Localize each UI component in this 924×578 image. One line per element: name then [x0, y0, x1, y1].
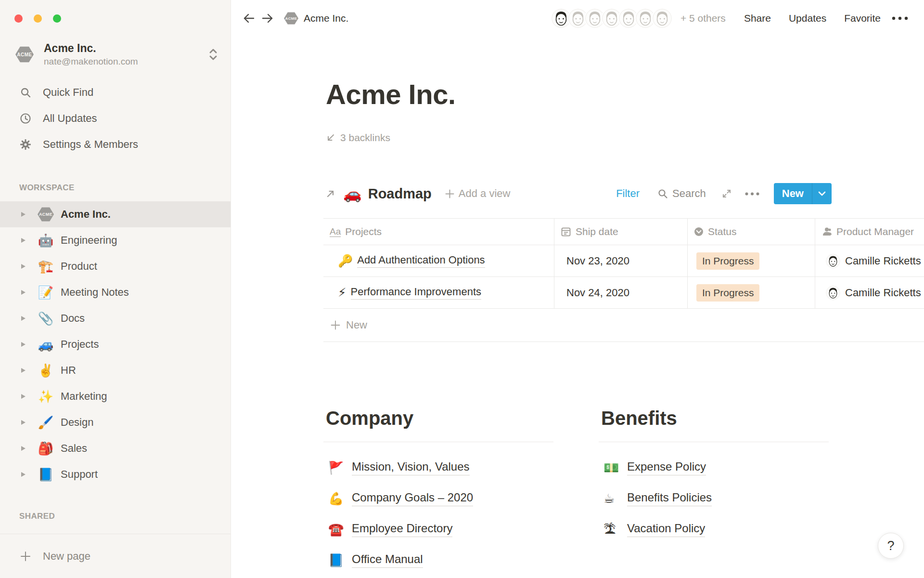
page-title[interactable]: Acme Inc.: [326, 78, 456, 110]
new-button-chevron-icon[interactable]: [812, 191, 832, 196]
project-link: Performance Improvements: [351, 286, 481, 300]
expand-toggle-icon[interactable]: [20, 315, 27, 322]
backlinks-button[interactable]: 3 backlinks: [326, 132, 390, 144]
database-more-options-icon[interactable]: [745, 192, 759, 196]
select-property-icon: [694, 227, 704, 236]
shared-section-label: SHARED: [19, 512, 231, 524]
help-button[interactable]: ?: [878, 533, 904, 559]
search-button[interactable]: Search: [657, 187, 706, 200]
manager-name: Camille Ricketts: [845, 255, 921, 267]
status-cell[interactable]: In Progress: [687, 245, 815, 276]
breadcrumb[interactable]: Acme Inc.: [304, 13, 348, 24]
column-header-product-manager[interactable]: Product Manager: [815, 219, 924, 245]
page-link[interactable]: ☕ Benefits Policies: [599, 483, 829, 514]
page-link-label: Employee Directory: [352, 522, 452, 537]
new-page-button[interactable]: New page: [0, 534, 231, 578]
breadcrumb-workspace-badge: ACME: [284, 12, 298, 25]
collaborator-avatar: [653, 9, 672, 28]
sidebar-page-item[interactable]: 🎒 Sales: [0, 435, 231, 461]
page-link-label: Mission, Vision, Values: [352, 460, 470, 475]
benefits-links: 💵 Expense Policy ☕ Benefits Policies 🏝 V…: [599, 442, 829, 545]
expand-toggle-icon[interactable]: [20, 393, 27, 400]
expand-toggle-icon[interactable]: [20, 341, 27, 348]
acme-page-badge: ACME: [38, 207, 54, 222]
page-emoji-icon: ✨: [38, 390, 53, 403]
sidebar-page-item[interactable]: 📎 Docs: [0, 305, 231, 331]
sidebar-page-item[interactable]: 🚙 Projects: [0, 331, 231, 357]
sidebar-page-item[interactable]: ACME Acme Inc.: [0, 201, 231, 227]
sidebar-page-item[interactable]: 🏗️ Product: [0, 253, 231, 279]
project-cell[interactable]: 🔑 Add Authentication Options: [323, 245, 554, 276]
back-button[interactable]: [243, 13, 255, 24]
manager-cell[interactable]: Camille Ricketts: [815, 277, 924, 308]
page-link[interactable]: ☎️ Employee Directory: [323, 514, 553, 545]
forward-button[interactable]: [262, 13, 273, 24]
page-link[interactable]: 🏝 Vacation Policy: [599, 514, 829, 545]
menu-label: Settings & Members: [43, 138, 138, 151]
page-link-emoji-icon: ☎️: [328, 523, 346, 536]
sidebar-item-settings-members[interactable]: Settings & Members: [0, 131, 231, 158]
page-link-emoji-icon: ☕: [603, 492, 622, 505]
sidebar-page-item[interactable]: 📝 Meeting Notes: [0, 279, 231, 305]
sidebar-page-item[interactable]: ✌️ HR: [0, 357, 231, 383]
page-link[interactable]: 📘 Office Manual: [323, 545, 553, 576]
topbar: ACME Acme Inc.: [231, 0, 924, 37]
add-view-button[interactable]: Add a view: [445, 187, 511, 200]
close-window-button[interactable]: [14, 14, 23, 23]
status-badge: In Progress: [696, 252, 759, 270]
collaborator-avatar: [568, 9, 588, 28]
database-title[interactable]: Roadmap: [368, 186, 432, 202]
filter-button[interactable]: Filter: [616, 187, 640, 200]
sidebar-page-item[interactable]: ✨ Marketing: [0, 383, 231, 409]
table-new-row-button[interactable]: New: [323, 309, 924, 342]
manager-avatar: [826, 286, 840, 300]
ship-date-cell[interactable]: Nov 24, 2020: [554, 277, 687, 308]
column-header-ship-date[interactable]: Ship date: [554, 219, 687, 245]
expand-toggle-icon[interactable]: [20, 237, 27, 244]
workspace-switcher[interactable]: ACME Acme Inc. nate@makenotion.com: [15, 40, 218, 68]
page-link-label: Company Goals – 2020: [352, 491, 473, 506]
ship-date-cell[interactable]: Nov 23, 2020: [554, 245, 687, 276]
expand-toggle-icon[interactable]: [20, 289, 27, 296]
switcher-chevrons-icon: [208, 48, 218, 61]
company-links: 🚩 Mission, Vision, Values 💪 Company Goal…: [323, 442, 553, 576]
new-record-button[interactable]: New: [774, 183, 832, 204]
manager-cell[interactable]: Camille Ricketts: [815, 245, 924, 276]
sidebar-menu: Quick Find All Updates: [0, 79, 231, 158]
sidebar-page-label: Marketing: [61, 390, 107, 403]
topbar-action[interactable]: Share: [744, 13, 771, 24]
manager-name: Camille Ricketts: [845, 287, 921, 299]
status-cell[interactable]: In Progress: [687, 277, 815, 308]
expand-toggle-icon[interactable]: [20, 367, 27, 374]
column-header-projects[interactable]: Aa Projects: [323, 219, 554, 245]
expand-toggle-icon[interactable]: [20, 445, 27, 452]
collaborator-avatars: [554, 9, 672, 28]
collaborator-avatar: [585, 9, 604, 28]
expand-icon[interactable]: [722, 189, 732, 198]
table-body: 🔑 Add Authentication Options Nov 23, 202…: [323, 245, 924, 309]
sidebar-page-label: HR: [61, 364, 76, 377]
sidebar-item-all-updates[interactable]: All Updates: [0, 105, 231, 131]
page-link[interactable]: 🚩 Mission, Vision, Values: [323, 452, 553, 483]
expand-toggle-icon[interactable]: [20, 471, 27, 478]
benefits-section: Benefits 💵 Expense Policy ☕ Benefits Pol…: [599, 407, 829, 576]
topbar-action[interactable]: Updates: [789, 13, 826, 24]
page-emoji-icon: ✌️: [38, 364, 53, 377]
sidebar-page-item[interactable]: 🖌️ Design: [0, 409, 231, 435]
sidebar-page-list: ACME Acme Inc. 🤖 Engineering: [0, 201, 231, 487]
more-options-icon[interactable]: [892, 16, 908, 20]
sidebar-page-item[interactable]: 📘 Support: [0, 461, 231, 487]
page-link[interactable]: 💪 Company Goals – 2020: [323, 483, 553, 514]
sidebar-page-item[interactable]: 🤖 Engineering: [0, 227, 231, 253]
expand-toggle-icon[interactable]: [20, 211, 27, 218]
project-cell[interactable]: ⚡ Performance Improvements: [323, 277, 554, 308]
sidebar-item-quick-find[interactable]: Quick Find: [0, 79, 231, 105]
expand-toggle-icon[interactable]: [20, 419, 27, 426]
open-as-page-icon[interactable]: [326, 189, 335, 198]
minimize-window-button[interactable]: [34, 14, 42, 23]
expand-toggle-icon[interactable]: [20, 263, 27, 270]
column-header-status[interactable]: Status: [687, 219, 815, 245]
page-link[interactable]: 💵 Expense Policy: [599, 452, 829, 483]
zoom-window-button[interactable]: [53, 14, 61, 23]
topbar-action[interactable]: Favorite: [844, 13, 881, 24]
